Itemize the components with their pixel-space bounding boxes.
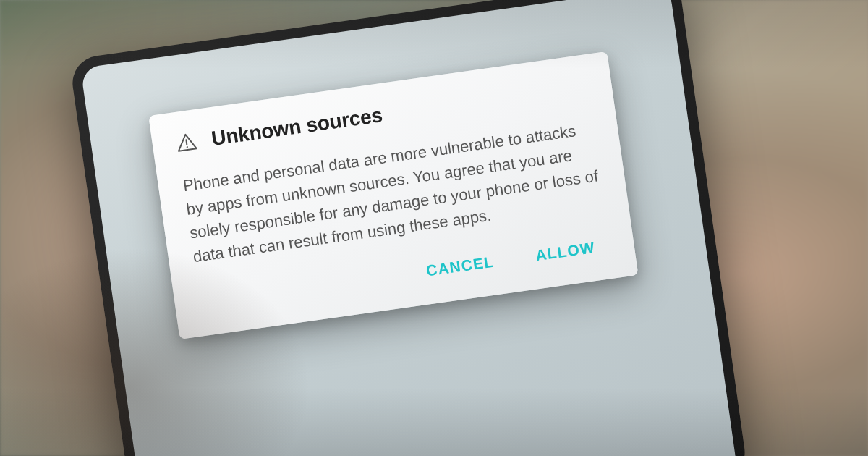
allow-button[interactable]: ALLOW — [531, 233, 600, 271]
warning-triangle-icon — [174, 130, 199, 155]
unknown-sources-dialog: Unknown sources Phone and personal data … — [148, 51, 638, 339]
cancel-button[interactable]: CANCEL — [421, 247, 498, 286]
phone-frame: Unknown sources Phone and personal data … — [69, 0, 748, 456]
svg-point-1 — [187, 146, 189, 148]
dialog-title: Unknown sources — [210, 104, 383, 151]
svg-line-0 — [186, 140, 187, 144]
phone-screen: Unknown sources Phone and personal data … — [80, 0, 738, 456]
